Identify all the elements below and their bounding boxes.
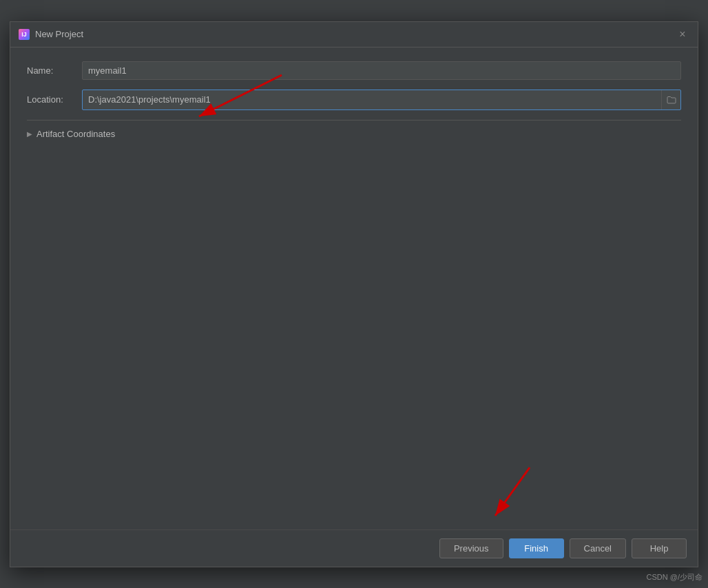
cancel-button[interactable]: Cancel	[570, 538, 626, 558]
watermark: CSDN @/少司命	[647, 572, 702, 582]
artifact-header[interactable]: ▶ Artifact Coordinates	[27, 126, 681, 142]
location-label: Location:	[27, 94, 82, 105]
dialog-footer: Previous Finish Cancel Help	[10, 529, 698, 567]
location-input-wrap	[82, 90, 681, 110]
close-button[interactable]: ×	[676, 28, 689, 41]
location-row: Location:	[27, 90, 681, 110]
artifact-label: Artifact Coordinates	[37, 129, 115, 139]
name-row: Name:	[27, 61, 681, 80]
previous-button[interactable]: Previous	[439, 538, 503, 558]
app-icon: IJ	[19, 29, 30, 40]
help-button[interactable]: Help	[632, 538, 687, 558]
title-bar: IJ New Project ×	[10, 22, 698, 48]
location-input[interactable]	[83, 91, 661, 108]
chevron-right-icon: ▶	[27, 130, 32, 138]
finish-button[interactable]: Finish	[509, 538, 564, 558]
dialog-title: New Project	[35, 29, 83, 39]
dialog-body: Name: Location: ▶ Artifact Coordinates	[10, 48, 698, 529]
folder-browse-button[interactable]	[661, 90, 680, 109]
artifact-section: ▶ Artifact Coordinates	[27, 126, 681, 142]
name-label: Name:	[27, 65, 82, 76]
svg-line-2	[495, 468, 530, 516]
separator	[27, 120, 681, 120]
title-left: IJ New Project	[19, 29, 83, 40]
name-input[interactable]	[82, 61, 681, 80]
new-project-dialog: IJ New Project × Name: Location:	[10, 21, 698, 567]
